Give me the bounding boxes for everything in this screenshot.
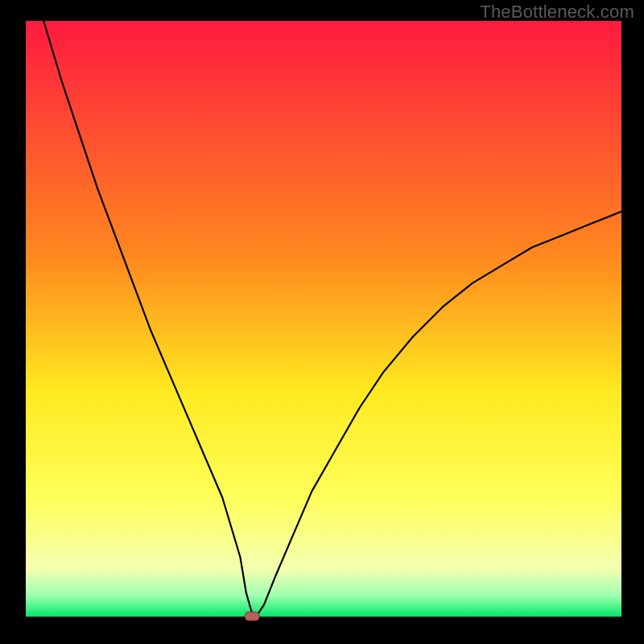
- bottleneck-chart: [0, 0, 644, 644]
- watermark-text: TheBottleneck.com: [480, 2, 634, 23]
- optimum-marker: [245, 612, 259, 621]
- chart-stage: TheBottleneck.com: [0, 0, 644, 644]
- plot-background: [26, 21, 621, 617]
